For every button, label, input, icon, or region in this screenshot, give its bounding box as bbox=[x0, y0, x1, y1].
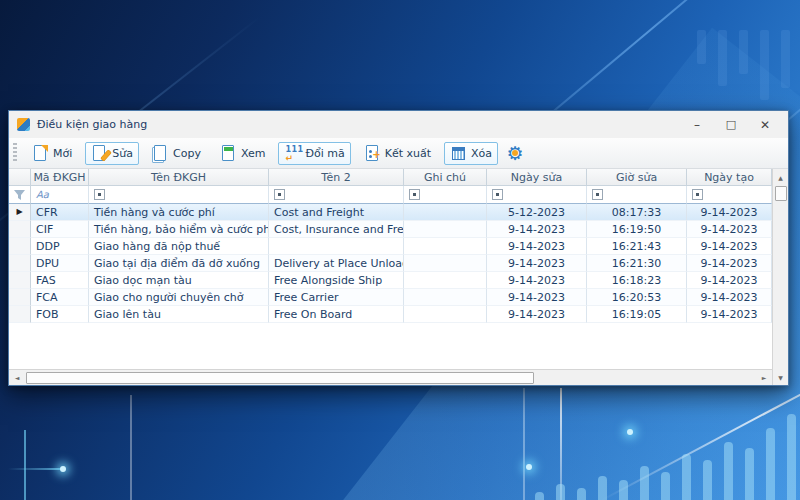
row-indicator-cell bbox=[9, 221, 31, 238]
grid-cell-ghichu[interactable] bbox=[404, 204, 487, 221]
grid-cell-ten2[interactable]: Cost, Insurance and Freight bbox=[269, 221, 404, 238]
settings-gear-icon[interactable]: ⚙ bbox=[505, 145, 525, 162]
grid-cell-ma[interactable]: DPU bbox=[31, 255, 89, 272]
scroll-left-icon[interactable]: ◄ bbox=[9, 370, 25, 386]
scroll-down-icon[interactable]: ▼ bbox=[773, 369, 789, 385]
scroll-up-icon[interactable]: ▲ bbox=[773, 169, 789, 185]
grid-cell-gio_sua[interactable]: 16:21:43 bbox=[587, 238, 687, 255]
toolbar-button-moi[interactable]: Mới bbox=[26, 142, 78, 165]
grid-header-cell-ten2[interactable]: Tên 2 bbox=[269, 169, 404, 186]
filter-condition-icon[interactable] bbox=[592, 189, 603, 200]
filter-condition-icon[interactable] bbox=[274, 189, 285, 200]
grid-cell-ngay_tao[interactable]: 9-14-2023 bbox=[687, 289, 772, 306]
grid-cell-ten[interactable]: Tiền hàng và cước phí bbox=[89, 204, 269, 221]
grid-filter-cell-gio_sua[interactable] bbox=[587, 186, 687, 204]
grid-cell-ten2[interactable]: Cost and Freight bbox=[269, 204, 404, 221]
vertical-scroll-thumb[interactable] bbox=[775, 186, 787, 201]
grid-filter-row: Aa bbox=[9, 186, 772, 204]
grid-header-cell-ten[interactable]: Tên ĐKGH bbox=[89, 169, 269, 186]
filter-condition-icon[interactable] bbox=[94, 189, 105, 200]
grid-header-cell-ma[interactable]: Mã ĐKGH bbox=[31, 169, 89, 186]
grid-cell-ngay_tao[interactable]: 9-14-2023 bbox=[687, 255, 772, 272]
grid-cell-ghichu[interactable] bbox=[404, 306, 487, 323]
grid-header-cell-ghichu[interactable]: Ghi chú bbox=[404, 169, 487, 186]
grid-filter-cell-ngay_sua[interactable] bbox=[487, 186, 587, 204]
grid-cell-ghichu[interactable] bbox=[404, 238, 487, 255]
toolbar-button-xoa[interactable]: Xóa bbox=[444, 142, 498, 165]
grid-filter-cell-ten2[interactable] bbox=[269, 186, 404, 204]
grid-cell-ngay_sua[interactable]: 9-14-2023 bbox=[487, 255, 587, 272]
grid-row-FOB[interactable]: FOBGiao lên tàuFree On Board9-14-202316:… bbox=[9, 306, 772, 323]
grid-filter-cell-ghichu[interactable] bbox=[404, 186, 487, 204]
grid-cell-ngay_tao[interactable]: 9-14-2023 bbox=[687, 238, 772, 255]
vertical-scrollbar[interactable]: ▲ ▼ bbox=[772, 169, 788, 385]
toolbar-button-copy[interactable]: Copy bbox=[146, 142, 207, 165]
scroll-right-icon[interactable]: ► bbox=[756, 370, 772, 386]
grid-row-DPU[interactable]: DPUGiao tại địa điểm đã dỡ xuốngDelivery… bbox=[9, 255, 772, 272]
grid-row-FCA[interactable]: FCAGiao cho người chuyên chởFree Carrier… bbox=[9, 289, 772, 306]
horizontal-scrollbar[interactable]: ◄ ► bbox=[9, 369, 772, 385]
grid-cell-ma[interactable]: FOB bbox=[31, 306, 89, 323]
grid-cell-ten2[interactable] bbox=[269, 238, 404, 255]
copy-document-icon bbox=[152, 145, 169, 162]
grid-cell-gio_sua[interactable]: 16:19:05 bbox=[587, 306, 687, 323]
grid-header-cell-ngay_sua[interactable]: Ngày sửa bbox=[487, 169, 587, 186]
grid-cell-ten2[interactable]: Free Carrier bbox=[269, 289, 404, 306]
grid-cell-ma[interactable]: FCA bbox=[31, 289, 89, 306]
grid-cell-ten[interactable]: Giao hàng đã nộp thuế bbox=[89, 238, 269, 255]
grid-cell-ten[interactable]: Giao tại địa điểm đã dỡ xuống bbox=[89, 255, 269, 272]
grid-cell-ten2[interactable]: Free On Board bbox=[269, 306, 404, 323]
grid-filter-cell-ngay_tao[interactable] bbox=[687, 186, 772, 204]
toolbar-button-xem[interactable]: Xem bbox=[214, 142, 272, 165]
grid-cell-ngay_sua[interactable]: 9-14-2023 bbox=[487, 221, 587, 238]
grid-cell-ten2[interactable]: Delivery at Place Unloaded bbox=[269, 255, 404, 272]
grid-cell-ten[interactable]: Giao dọc mạn tàu bbox=[89, 272, 269, 289]
grid-cell-ghichu[interactable] bbox=[404, 272, 487, 289]
grid-cell-ma[interactable]: DDP bbox=[31, 238, 89, 255]
grid-filter-cell-ma[interactable]: Aa bbox=[31, 186, 89, 204]
grid-cell-ten[interactable]: Giao cho người chuyên chở bbox=[89, 289, 269, 306]
grid-header-cell-gio_sua[interactable]: Giờ sửa bbox=[587, 169, 687, 186]
grid-cell-ngay_tao[interactable]: 9-14-2023 bbox=[687, 221, 772, 238]
grid-cell-ma[interactable]: FAS bbox=[31, 272, 89, 289]
grid-cell-ngay_sua[interactable]: 9-14-2023 bbox=[487, 238, 587, 255]
grid-cell-ghichu[interactable] bbox=[404, 289, 487, 306]
grid-cell-gio_sua[interactable]: 16:20:53 bbox=[587, 289, 687, 306]
grid-cell-ghichu[interactable] bbox=[404, 221, 487, 238]
grid-cell-gio_sua[interactable]: 16:19:50 bbox=[587, 221, 687, 238]
grid-cell-ten[interactable]: Giao lên tàu bbox=[89, 306, 269, 323]
grid-header-cell-ngay_tao[interactable]: Ngày tạo bbox=[687, 169, 772, 186]
grid-filter-cell-ten[interactable] bbox=[89, 186, 269, 204]
grid-cell-ma[interactable]: CIF bbox=[31, 221, 89, 238]
grid-row-CFR[interactable]: ▶CFRTiền hàng và cước phíCost and Freigh… bbox=[9, 204, 772, 221]
toolbar-button-ketxuat[interactable]: +Kết xuất bbox=[358, 142, 437, 165]
grid-row-CIF[interactable]: CIFTiền hàng, bảo hiểm và cước phíCost, … bbox=[9, 221, 772, 238]
horizontal-scroll-thumb[interactable] bbox=[26, 372, 534, 384]
grid-cell-ma[interactable]: CFR bbox=[31, 204, 89, 221]
toolbar-grip[interactable] bbox=[13, 143, 17, 163]
grid-cell-ngay_sua[interactable]: 9-14-2023 bbox=[487, 306, 587, 323]
grid-cell-ngay_tao[interactable]: 9-14-2023 bbox=[687, 306, 772, 323]
toolbar-button-sua[interactable]: Sửa bbox=[85, 142, 139, 165]
grid-filter-indicator-cell[interactable] bbox=[9, 186, 31, 204]
grid-cell-gio_sua[interactable]: 16:21:30 bbox=[587, 255, 687, 272]
grid-cell-ngay_sua[interactable]: 9-14-2023 bbox=[487, 272, 587, 289]
close-button[interactable]: ✕ bbox=[748, 112, 782, 137]
maximize-button[interactable]: □ bbox=[714, 112, 748, 137]
filter-condition-icon[interactable] bbox=[692, 189, 703, 200]
grid-row-FAS[interactable]: FASGiao dọc mạn tàuFree Alongside Ship9-… bbox=[9, 272, 772, 289]
grid-cell-gio_sua[interactable]: 08:17:33 bbox=[587, 204, 687, 221]
grid-cell-ngay_sua[interactable]: 5-12-2023 bbox=[487, 204, 587, 221]
grid-cell-gio_sua[interactable]: 16:18:23 bbox=[587, 272, 687, 289]
grid-cell-ngay_tao[interactable]: 9-14-2023 bbox=[687, 204, 772, 221]
filter-condition-icon[interactable] bbox=[492, 189, 503, 200]
minimize-button[interactable]: – bbox=[680, 112, 714, 137]
toolbar-button-doima[interactable]: 111↵Đổi mã bbox=[278, 142, 350, 165]
grid-cell-ten[interactable]: Tiền hàng, bảo hiểm và cước phí bbox=[89, 221, 269, 238]
grid-cell-ngay_tao[interactable]: 9-14-2023 bbox=[687, 272, 772, 289]
filter-condition-icon[interactable] bbox=[409, 189, 420, 200]
grid-cell-ten2[interactable]: Free Alongside Ship bbox=[269, 272, 404, 289]
grid-cell-ngay_sua[interactable]: 9-14-2023 bbox=[487, 289, 587, 306]
grid-cell-ghichu[interactable] bbox=[404, 255, 487, 272]
grid-row-DDP[interactable]: DDPGiao hàng đã nộp thuế9-14-202316:21:4… bbox=[9, 238, 772, 255]
